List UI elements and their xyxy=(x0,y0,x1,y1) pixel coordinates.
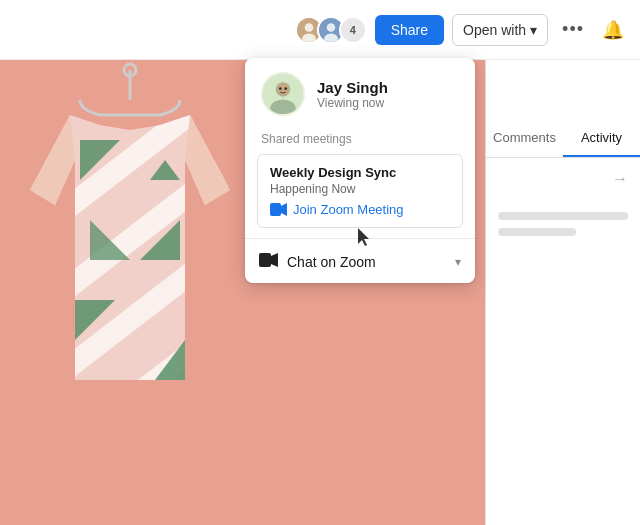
user-info: Jay Singh Viewing now xyxy=(317,79,388,110)
chat-zoom-label: Chat on Zoom xyxy=(287,254,376,270)
user-name: Jay Singh xyxy=(317,79,388,96)
comments-tab-label: Comments xyxy=(493,130,556,145)
bell-icon: 🔔 xyxy=(602,20,624,40)
open-with-label: Open with xyxy=(463,22,526,38)
tab-comments[interactable]: Comments xyxy=(486,120,563,157)
activity-tab-label: Activity xyxy=(581,130,622,145)
meeting-time: Happening Now xyxy=(270,182,450,196)
svg-point-4 xyxy=(326,23,335,32)
svg-point-1 xyxy=(304,23,313,32)
svg-marker-25 xyxy=(281,203,287,216)
panel-expand[interactable]: → xyxy=(486,158,640,200)
svg-rect-26 xyxy=(259,253,271,267)
svg-point-21 xyxy=(277,83,290,96)
share-button[interactable]: Share xyxy=(375,15,444,45)
avatar-group: 4 xyxy=(295,16,367,44)
svg-point-5 xyxy=(324,33,338,43)
panel-tabs: Comments Activity xyxy=(486,120,640,158)
expand-arrow-icon: → xyxy=(612,170,628,188)
svg-point-23 xyxy=(284,87,287,90)
user-avatar xyxy=(261,72,305,116)
svg-point-22 xyxy=(279,87,282,90)
chat-zoom-chevron-icon: ▾ xyxy=(455,255,461,269)
more-options-button[interactable]: ••• xyxy=(556,15,590,44)
chevron-down-icon: ▾ xyxy=(530,22,537,38)
open-with-button[interactable]: Open with ▾ xyxy=(452,14,548,46)
chat-zoom-left: Chat on Zoom xyxy=(259,253,376,271)
user-status: Viewing now xyxy=(317,96,388,110)
zoom-camera-icon xyxy=(270,203,288,216)
meeting-title: Weekly Design Sync xyxy=(270,165,450,180)
user-dropdown-popup: Jay Singh Viewing now Shared meetings We… xyxy=(245,58,475,283)
right-panel: Comments Activity → xyxy=(485,60,640,525)
notifications-button[interactable]: 🔔 xyxy=(598,15,628,45)
activity-line-1 xyxy=(498,212,628,220)
chat-zoom-row[interactable]: Chat on Zoom ▾ xyxy=(245,243,475,283)
meeting-card: Weekly Design Sync Happening Now Join Zo… xyxy=(257,154,463,228)
join-meeting-text: Join Zoom Meeting xyxy=(293,202,404,217)
chat-zoom-icon xyxy=(259,253,279,271)
svg-rect-24 xyxy=(270,203,281,216)
shared-meetings-label: Shared meetings xyxy=(245,126,475,154)
popup-header: Jay Singh Viewing now xyxy=(245,58,475,126)
join-zoom-link[interactable]: Join Zoom Meeting xyxy=(270,202,450,217)
avatar-count: 4 xyxy=(339,16,367,44)
svg-point-2 xyxy=(302,33,316,43)
tab-activity[interactable]: Activity xyxy=(563,120,640,157)
panel-content xyxy=(486,200,640,525)
activity-line-2 xyxy=(498,228,576,236)
svg-marker-27 xyxy=(271,253,278,267)
avatar-count-text: 4 xyxy=(350,24,356,36)
divider xyxy=(245,238,475,239)
toolbar: 4 Share Open with ▾ ••• 🔔 xyxy=(0,0,640,60)
ellipsis-icon: ••• xyxy=(562,19,584,39)
